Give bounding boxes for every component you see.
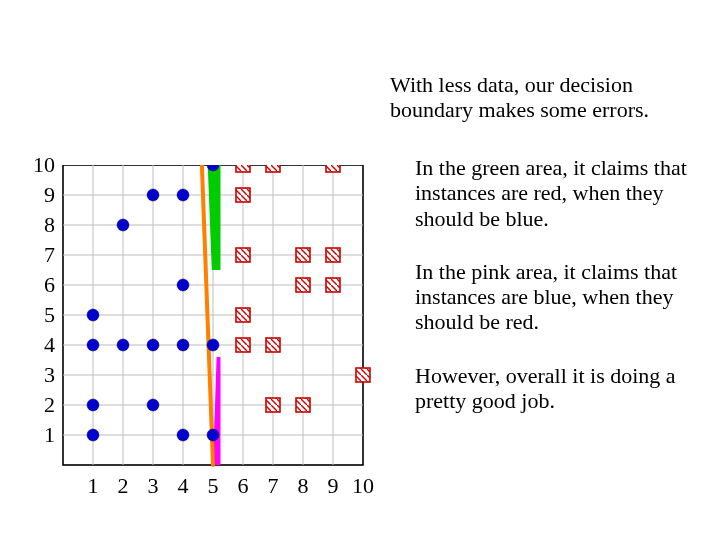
x-tick-1: 1	[88, 475, 99, 497]
svg-rect-50	[296, 248, 310, 262]
caption-top: With less data, our decision boundary ma…	[390, 72, 690, 123]
svg-marker-21	[207, 165, 221, 270]
svg-point-24	[87, 429, 99, 441]
paragraph-pink: In the pink area, it claims that instanc…	[415, 259, 700, 335]
x-tick-9: 9	[328, 475, 339, 497]
svg-rect-45	[266, 398, 280, 412]
svg-rect-48	[296, 398, 310, 412]
y-tick-4: 4	[25, 334, 55, 356]
y-tick-1: 1	[25, 424, 55, 446]
svg-point-36	[177, 189, 189, 201]
svg-point-29	[117, 219, 129, 231]
svg-rect-53	[326, 165, 340, 172]
svg-rect-46	[266, 338, 280, 352]
y-tick-8: 8	[25, 214, 55, 236]
y-tick-5: 5	[25, 304, 55, 326]
svg-rect-52	[326, 248, 340, 262]
svg-point-38	[207, 339, 219, 351]
svg-point-27	[87, 309, 99, 321]
y-tick-9: 9	[25, 184, 55, 206]
x-tick-8: 8	[298, 475, 309, 497]
y-tick-3: 3	[25, 364, 55, 386]
y-tick-10: 10	[25, 154, 55, 176]
y-tick-6: 6	[25, 274, 55, 296]
x-tick-3: 3	[148, 475, 159, 497]
svg-point-35	[177, 279, 189, 291]
x-tick-6: 6	[238, 475, 249, 497]
x-tick-4: 4	[178, 475, 189, 497]
explanatory-text: In the green area, it claims that instan…	[415, 155, 700, 441]
svg-rect-41	[236, 308, 250, 322]
svg-point-25	[87, 399, 99, 411]
svg-rect-43	[236, 188, 250, 202]
x-tick-10: 10	[352, 475, 374, 497]
y-tick-7: 7	[25, 244, 55, 266]
y-tick-2: 2	[25, 394, 55, 416]
svg-point-30	[147, 399, 159, 411]
svg-rect-49	[296, 278, 310, 292]
paragraph-green: In the green area, it claims that instan…	[415, 155, 700, 231]
x-tick-5: 5	[208, 475, 219, 497]
svg-point-26	[87, 339, 99, 351]
x-tick-2: 2	[118, 475, 129, 497]
svg-point-33	[177, 429, 189, 441]
scatter-chart: 1122334455667788991010	[25, 165, 385, 515]
svg-rect-54	[356, 368, 370, 382]
svg-point-32	[147, 189, 159, 201]
svg-rect-51	[326, 278, 340, 292]
svg-point-31	[147, 339, 159, 351]
svg-rect-42	[236, 248, 250, 262]
svg-point-34	[177, 339, 189, 351]
svg-rect-40	[236, 338, 250, 352]
x-tick-7: 7	[268, 475, 279, 497]
svg-rect-47	[266, 165, 280, 172]
svg-point-37	[207, 429, 219, 441]
paragraph-overall: However, overall it is doing a pretty go…	[415, 363, 700, 414]
chart-svg	[25, 165, 385, 515]
svg-rect-44	[236, 165, 250, 172]
svg-point-28	[117, 339, 129, 351]
